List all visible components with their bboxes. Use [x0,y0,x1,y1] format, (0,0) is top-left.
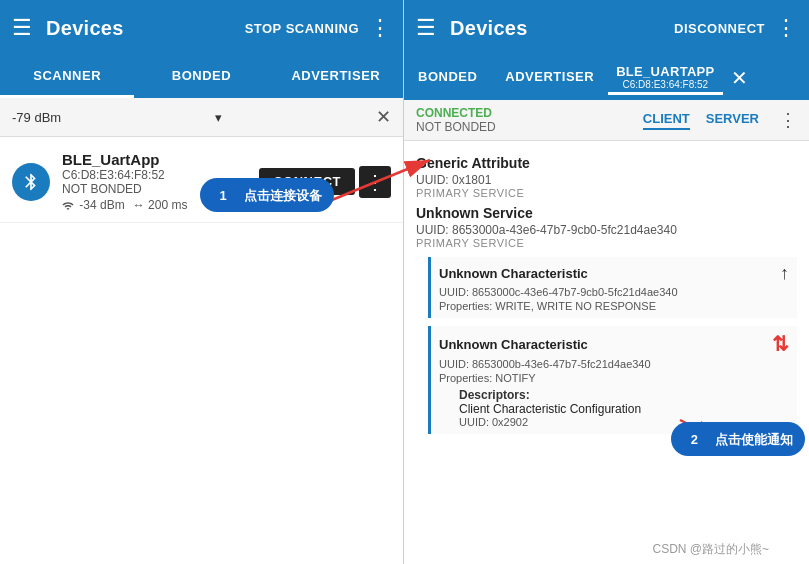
service-1-uuid: UUID: 0x1801 [416,173,797,187]
close-scan-button[interactable]: ✕ [376,106,391,128]
char-2-props: Properties: NOTIFY [439,372,789,384]
tab-scanner[interactable]: SCANNER [0,56,134,98]
device-dots-menu[interactable]: ⋮ [359,166,391,198]
annotation-2-text: 点击使能通知 [715,432,793,447]
service-2-uuid: UUID: 8653000a-43e6-47b7-9cb0-5fc21d4ae3… [416,223,797,237]
upload-icon[interactable]: ↑ [780,263,789,284]
left-panel: ☰ Devices STOP SCANNING ⋮ SCANNER BONDED… [0,0,404,564]
char-2-name-row: Unknown Characteristic ⇅ [439,332,789,356]
right-tabs: BONDED ADVERTISER BLE_UARTAPP C6:D8:E3:6… [404,56,809,100]
annotation-1-bubble: 1 点击连接设备 [200,178,334,212]
device-interval: ↔ 200 ms [133,198,188,212]
signal-bar: -79 dBm ▾ ✕ [0,98,403,137]
watermark: CSDN @路过的小熊~ [652,541,769,558]
tab-server[interactable]: SERVER [706,111,759,130]
stop-scanning-button[interactable]: STOP SCANNING [245,21,359,36]
services-list: Generic Attribute UUID: 0x1801 PRIMARY S… [404,141,809,564]
char-1-props: Properties: WRITE, WRITE NO RESPONSE [439,300,789,312]
device-rssi: -34 dBm [62,198,125,212]
service-2-name: Unknown Service [416,205,797,221]
connection-status-bar: CONNECTED NOT BONDED CLIENT SERVER ⋮ [404,100,809,141]
left-title: Devices [46,17,245,40]
bluetooth-icon [12,163,50,201]
disconnect-button[interactable]: DISCONNECT [674,21,765,36]
left-menu-icon[interactable]: ☰ [12,15,32,41]
service-2-type: PRIMARY SERVICE [416,237,797,249]
service-1: Generic Attribute UUID: 0x1801 PRIMARY S… [416,155,797,199]
annotation-2-bubble: 2 点击使能通知 [671,422,805,456]
right-menu-icon[interactable]: ☰ [416,15,436,41]
char-1-name: Unknown Characteristic [439,266,588,281]
tab-client[interactable]: CLIENT [643,111,690,130]
char-1-action[interactable]: ↑ [780,263,789,284]
service-1-name: Generic Attribute [416,155,797,171]
left-header: ☰ Devices STOP SCANNING ⋮ [0,0,403,56]
annotation-1-text: 点击连接设备 [244,188,322,203]
status-group: CONNECTED NOT BONDED [416,106,496,134]
service-1-type: PRIMARY SERVICE [416,187,797,199]
tab-bonded-right[interactable]: BONDED [404,57,491,99]
rssi-value: -79 dBm [12,110,61,125]
right-header: ☰ Devices DISCONNECT ⋮ [404,0,809,56]
tab-advertiser-left[interactable]: ADVERTISER [269,56,403,98]
service-2: Unknown Service UUID: 8653000a-43e6-47b7… [416,205,797,434]
descriptor-label: Descriptors: [459,388,789,402]
client-server-dots[interactable]: ⋮ [779,109,797,131]
drop-icon[interactable]: ▾ [215,110,222,125]
characteristic-2: Unknown Characteristic ⇅ UUID: 8653000b-… [428,326,797,434]
characteristic-1: Unknown Characteristic ↑ UUID: 8653000c-… [428,257,797,318]
right-panel: ☰ Devices DISCONNECT ⋮ BONDED ADVERTISER… [404,0,809,564]
char-1-name-row: Unknown Characteristic ↑ [439,263,789,284]
annotation-2-number: 2 [683,428,705,450]
left-header-dots[interactable]: ⋮ [369,15,391,41]
descriptor-name: Client Characteristic Configuration [459,402,789,416]
client-server-tabs: CLIENT SERVER ⋮ [643,109,797,131]
tab-bonded-left[interactable]: BONDED [134,56,268,98]
tab-advertiser-right[interactable]: ADVERTISER [491,57,608,99]
device-name: BLE_UartApp [62,151,259,168]
device-tab-badge[interactable]: BLE_UARTAPP C6:D8:E3:64:F8:52 [608,62,722,95]
notify-icon[interactable]: ⇅ [772,332,789,356]
status-connected: CONNECTED [416,106,496,120]
char-1-uuid: UUID: 8653000c-43e6-47b7-9cb0-5fc21d4ae3… [439,286,789,298]
char-2-uuid: UUID: 8653000b-43e6-47b7-5fc21d4ae340 [439,358,789,370]
char-2-name: Unknown Characteristic [439,337,588,352]
status-not-bonded: NOT BONDED [416,120,496,134]
annotation-1-number: 1 [212,184,234,206]
left-tabs: SCANNER BONDED ADVERTISER [0,56,403,98]
device-tab-name: BLE_UARTAPP [616,64,714,79]
device-item: BLE_UartApp C6:D8:E3:64:F8:52 NOT BONDED… [0,141,403,223]
right-title: Devices [450,17,674,40]
right-header-dots[interactable]: ⋮ [775,15,797,41]
char-2-action[interactable]: ⇅ [772,332,789,356]
device-tab-close[interactable]: ✕ [723,56,756,100]
device-tab-mac: C6:D8:E3:64:F8:52 [623,79,709,90]
